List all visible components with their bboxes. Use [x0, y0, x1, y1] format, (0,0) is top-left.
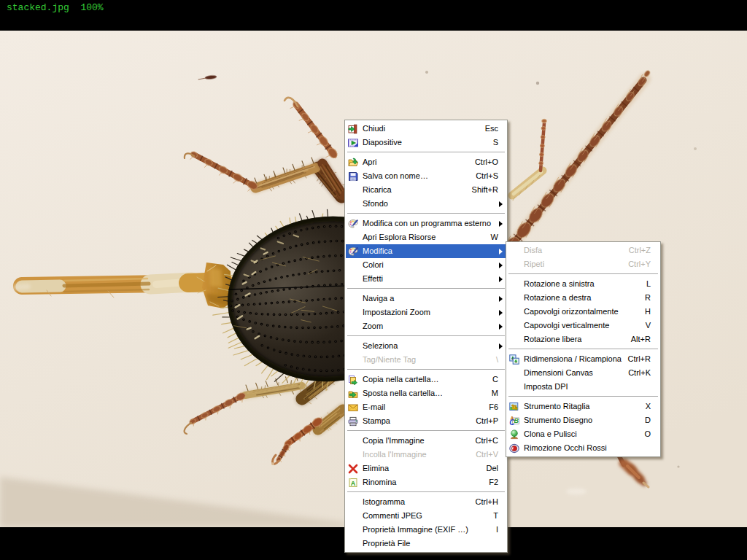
svg-text:A: A	[351, 479, 356, 486]
svg-text:B: B	[514, 417, 519, 424]
